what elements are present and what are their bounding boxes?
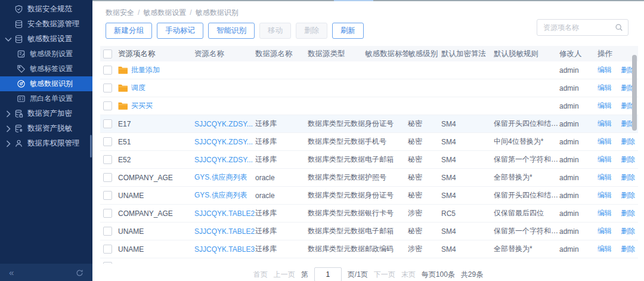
row-checkbox[interactable] (103, 66, 112, 75)
collapse-sidebar-button[interactable]: « (9, 268, 14, 277)
delete-link[interactable]: 删除 (621, 173, 635, 181)
last-page-link[interactable]: 末页 (401, 270, 416, 280)
datasource-type: 数据库类型元数据 (308, 226, 365, 236)
delete-link[interactable]: 删除 (621, 137, 635, 146)
modifier: admin (559, 66, 597, 75)
sidebar-item-sensitive-data-identify[interactable]: 敏感数据识别 (0, 76, 92, 91)
row-checkbox[interactable] (103, 262, 112, 264)
row-checkbox[interactable] (103, 119, 112, 128)
resource-name-link[interactable]: SJJCQYK.ZDSY... (194, 120, 255, 128)
delete-link[interactable]: 删除 (621, 191, 635, 199)
modifier: admin (559, 209, 597, 218)
sidebar-item-data-security-spec[interactable]: 数据安全规范 (0, 2, 92, 17)
sidebar-item-secure-datasource-mgmt[interactable]: 安全数据源管理 (0, 17, 92, 32)
sensitive-level: 秘密 (408, 137, 441, 147)
first-page-link[interactable]: 首页 (253, 270, 268, 280)
edit-link[interactable]: 编辑 (597, 155, 612, 163)
resource-name-link[interactable]: SJJCQYK.ZDSY... (194, 156, 255, 164)
resource-name-link[interactable]: SJJCQYK.TABLE2 (194, 209, 255, 218)
breadcrumb-item[interactable]: 数据安全 (106, 8, 134, 17)
database-icon (14, 20, 23, 29)
edit-link[interactable]: 编辑 (597, 137, 612, 146)
row-checkbox-cell (100, 101, 118, 110)
resource-name-link[interactable]: SJJCQYK.TABLE3 (194, 245, 255, 254)
edit-link[interactable]: 编辑 (597, 119, 612, 128)
sidebar-item-db-permission-mgmt[interactable]: 数据库权限管理 (0, 136, 92, 151)
new-group-button[interactable]: 新建分组 (106, 23, 152, 39)
delete-link[interactable]: 删除 (621, 155, 635, 163)
encrypt-algorithm: SM4 (441, 120, 494, 128)
resource-item-name-cell: E52 (118, 156, 194, 164)
modifier: admin (559, 227, 597, 236)
refresh-sidebar-icon[interactable] (76, 268, 83, 276)
sidebar-item-data-asset-encrypt[interactable]: 数据资产加密 (0, 106, 92, 121)
edit-link[interactable]: 编辑 (597, 66, 612, 74)
row-checkbox[interactable] (103, 209, 112, 218)
sidebar-item-sensitive-data-settings[interactable]: 敏感数据设置 (0, 32, 92, 47)
row-checkbox[interactable] (103, 227, 112, 236)
chevron-right-icon (4, 124, 13, 134)
identify-icon (17, 79, 26, 88)
prev-page-link[interactable]: 上一页 (274, 270, 295, 280)
sidebar-item-label: 数据资产脱敏 (27, 123, 72, 134)
page-number-input[interactable] (314, 267, 342, 281)
breadcrumb-item[interactable]: 敏感数据设置 (143, 8, 186, 17)
delete-link[interactable]: 删除 (621, 245, 635, 253)
edit-link[interactable]: 编辑 (597, 101, 612, 110)
smart-identify-button[interactable]: 智能识别 (208, 23, 255, 39)
sidebar-item-data-asset-mask[interactable]: 数据资产脱敏 (0, 121, 92, 136)
folder-link[interactable]: 买买买 (131, 101, 153, 111)
folder-link[interactable]: 批量添加 (131, 65, 160, 75)
encrypt-algorithm: SM4 (441, 174, 494, 182)
sidebar-item-sensitive-tag-settings[interactable]: 敏感标签设置 (0, 61, 92, 76)
row-checkbox[interactable] (103, 245, 112, 254)
edit-link[interactable]: 编辑 (597, 191, 612, 199)
row-checkbox[interactable] (103, 173, 112, 182)
edit-link[interactable]: 编辑 (597, 173, 612, 181)
column-header: 敏感级别 (408, 49, 441, 59)
datasource-type: 数据库类型元数据 (308, 137, 365, 147)
edit-link[interactable]: 编辑 (597, 84, 612, 92)
move-button[interactable]: 移动 (259, 23, 291, 39)
column-header: 默认加密算法 (441, 49, 494, 59)
modifier: admin (559, 84, 597, 92)
main-content: 数据安全/敏感数据设置/敏感数据识别 新建分组 手动标记 智能识别 移动 删除 … (92, 0, 644, 281)
edit-link[interactable]: 编辑 (597, 245, 612, 253)
sidebar-item-sensitive-level-settings[interactable]: 敏感级别设置 (0, 47, 92, 61)
row-checkbox[interactable] (103, 101, 112, 110)
folder-icon (118, 102, 128, 110)
delete-link[interactable]: 删除 (621, 227, 635, 235)
table-row: UNAME GYS.供应商列表 oracle 数据库类型元数据 身份证号 秘密 … (100, 187, 638, 205)
refresh-button[interactable]: 刷新 (332, 23, 364, 39)
resource-name-link[interactable]: SJJCQYK.TABLE2 (194, 227, 255, 236)
folder-link[interactable]: 调度 (131, 83, 145, 93)
row-checkbox[interactable] (103, 155, 112, 164)
modifier: admin (559, 245, 597, 254)
sidebar-item-blackwhite-list-settings[interactable]: 黑白名单设置 (0, 91, 92, 106)
resource-name-link[interactable]: GYS.供应商列表 (194, 172, 255, 183)
search-input[interactable] (537, 23, 615, 32)
edit-link[interactable]: 编辑 (597, 209, 612, 217)
delete-button[interactable]: 删除 (296, 23, 327, 39)
resource-name-link[interactable]: GYS.供应商列表 (194, 190, 255, 200)
resource-item-name-cell: UNAME (118, 227, 194, 236)
resource-name-link[interactable]: SJJCQYK.ZDSY... (194, 138, 255, 146)
top-divider (92, 0, 644, 1)
list-icon (17, 94, 26, 103)
datasource-name: 迁移库 (255, 244, 308, 254)
chevron-down-icon (4, 35, 13, 44)
next-page-link[interactable]: 下一页 (374, 270, 395, 280)
table-scrollbar[interactable] (632, 55, 637, 131)
search-icon[interactable] (615, 23, 623, 32)
sidebar-scrollbar[interactable] (90, 135, 92, 158)
table-row: UNAME SJJCQYK.TABLE2 迁移库 数据库类型元数据 电子邮箱 秘… (100, 223, 638, 240)
row-checkbox[interactable] (103, 191, 112, 200)
row-checkbox[interactable] (103, 84, 112, 92)
select-all-checkbox[interactable] (103, 50, 112, 58)
sidebar-item-label: 敏感数据设置 (27, 34, 72, 44)
manual-mark-button[interactable]: 手动标记 (157, 23, 203, 39)
datasource-type: 数据库类型元数据 (308, 155, 365, 165)
delete-link[interactable]: 删除 (621, 209, 635, 217)
edit-link[interactable]: 编辑 (597, 227, 612, 235)
row-checkbox[interactable] (103, 137, 112, 146)
